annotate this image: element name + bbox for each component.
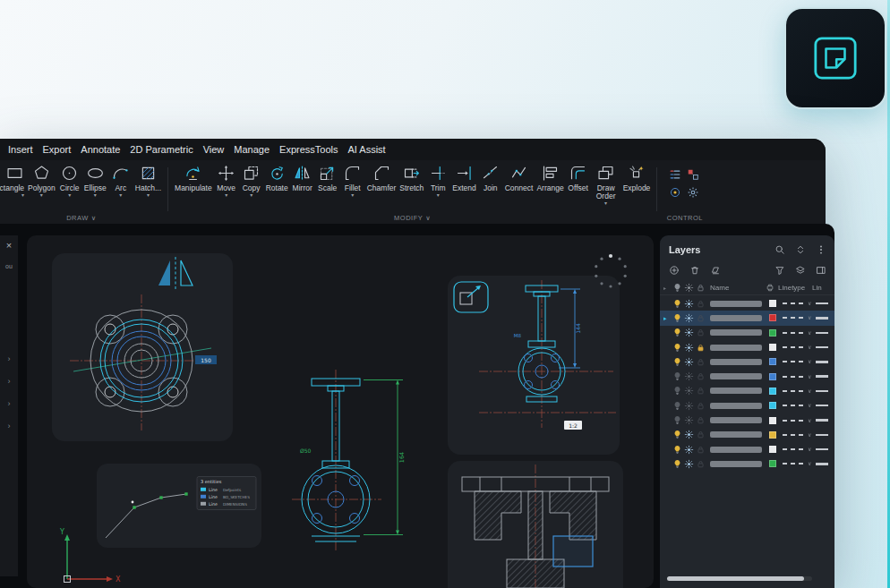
layer-row[interactable]: ∨ [660, 296, 834, 311]
tool-chamfer[interactable]: Chamfer [365, 163, 398, 199]
tool-scale[interactable]: Scale [315, 163, 340, 199]
lock-icon[interactable] [695, 343, 706, 353]
column-freeze-icon[interactable] [683, 283, 695, 293]
strip-chevron-icon[interactable]: › [8, 400, 11, 408]
color-swatch[interactable] [769, 417, 776, 424]
lineweight-preview[interactable] [816, 463, 828, 464]
linetype-preview[interactable] [783, 317, 804, 319]
linetype-chevron-icon[interactable]: ∨ [808, 403, 811, 408]
close-icon[interactable]: × [6, 241, 12, 251]
lock-icon[interactable] [695, 371, 706, 381]
tool-copy[interactable]: Copy▾ [239, 163, 264, 199]
tool-hatch[interactable]: Hatch...▾ [133, 163, 163, 199]
lock-icon[interactable] [695, 459, 706, 469]
lineweight-preview[interactable] [816, 361, 828, 362]
linetype-preview[interactable] [783, 376, 804, 378]
strip-chevron-icon[interactable]: › [8, 378, 11, 386]
lineweight-preview[interactable] [816, 375, 828, 377]
layer-row[interactable]: ∨ [660, 354, 834, 369]
lock-icon[interactable] [695, 357, 706, 367]
lock-icon[interactable] [695, 401, 706, 411]
freeze-icon[interactable] [683, 328, 695, 337]
lineweight-preview[interactable] [816, 405, 828, 406]
layer-row[interactable]: ∨ [660, 428, 834, 442]
lock-icon[interactable] [695, 386, 706, 396]
lock-icon[interactable] [695, 430, 706, 439]
bulb-icon[interactable] [672, 371, 683, 381]
linetype-preview[interactable] [783, 434, 804, 436]
drawing-canvas[interactable]: 150 [27, 235, 654, 588]
layer-merge-icon[interactable] [793, 264, 807, 277]
lineweight-preview[interactable] [816, 448, 828, 450]
lineweight-preview[interactable] [816, 303, 828, 304]
lock-icon[interactable] [695, 299, 706, 309]
tool-fillet[interactable]: Fillet▾ [340, 163, 365, 199]
column-on-icon[interactable] [672, 283, 683, 293]
color-swatch[interactable] [769, 300, 776, 307]
bulb-icon[interactable] [672, 328, 683, 337]
linetype-chevron-icon[interactable]: ∨ [808, 345, 811, 350]
column-expand[interactable]: ▸ [663, 285, 672, 291]
layer-row[interactable]: ∨ [660, 340, 834, 354]
column-lineweight[interactable]: Lin [812, 284, 834, 292]
lock-icon[interactable] [695, 313, 706, 323]
kebab-menu-icon[interactable] [814, 243, 827, 256]
tool-extend[interactable]: Extend [450, 163, 477, 199]
menu-annotate[interactable]: Annotate [81, 144, 120, 155]
canvas[interactable]: 150 [27, 235, 654, 588]
menu-expresstools[interactable]: ExpressTools [279, 144, 338, 155]
tool-stretch[interactable]: Stretch [398, 163, 425, 199]
tool-rotate[interactable]: Rotate [264, 163, 290, 199]
column-name[interactable]: Name [706, 284, 766, 292]
tool-polygon[interactable]: Polygon▾ [26, 163, 57, 199]
tool-ectangle[interactable]: ectangle▾ [0, 163, 26, 199]
isolate-icon[interactable] [668, 185, 681, 199]
linetype-chevron-icon[interactable]: ∨ [808, 418, 811, 423]
lineweight-preview[interactable] [816, 346, 828, 348]
linetype-preview[interactable] [783, 332, 804, 334]
column-linetype[interactable]: Linetype [778, 284, 812, 292]
linetype-chevron-icon[interactable]: ∨ [808, 388, 811, 394]
bulb-icon[interactable] [672, 459, 683, 469]
app-logo-badge[interactable] [784, 7, 886, 109]
color-swatch[interactable] [769, 388, 776, 395]
search-icon[interactable] [773, 243, 786, 256]
strip-chevron-icon[interactable]: › [8, 355, 11, 363]
linetype-chevron-icon[interactable]: ∨ [808, 330, 811, 336]
lineweight-preview[interactable] [816, 332, 828, 334]
menu-insert[interactable]: Insert [8, 144, 33, 155]
menu-export[interactable]: Export [43, 144, 72, 155]
linetype-preview[interactable] [783, 463, 804, 464]
tool-move[interactable]: Move▾ [214, 163, 239, 199]
tool-connect[interactable]: Connect [503, 163, 535, 199]
color-swatch[interactable] [769, 431, 776, 439]
lock-icon[interactable] [695, 328, 706, 337]
tool-explode[interactable]: Explode [621, 163, 653, 199]
set-current-icon[interactable] [708, 264, 722, 277]
lineweight-preview[interactable] [816, 419, 828, 421]
lock-icon[interactable] [695, 445, 706, 455]
menu-manage[interactable]: Manage [234, 144, 270, 155]
bulb-icon[interactable] [672, 415, 683, 425]
bulb-icon[interactable] [672, 313, 683, 323]
freeze-icon[interactable] [683, 299, 695, 309]
layer-row[interactable]: ∨ [660, 442, 834, 456]
layer-row[interactable]: ∨ [660, 456, 834, 471]
bulb-icon[interactable] [672, 343, 683, 353]
layer-states-icon[interactable] [668, 167, 681, 181]
freeze-icon[interactable] [683, 343, 695, 353]
menu-view[interactable]: View [203, 144, 225, 155]
tool-draw-order[interactable]: Draw Order▾ [591, 163, 621, 207]
layers-hscrollbar[interactable] [667, 576, 812, 581]
color-swatch[interactable] [769, 314, 776, 321]
bulb-icon[interactable] [672, 401, 683, 411]
linetype-chevron-icon[interactable]: ∨ [808, 374, 811, 379]
color-swatch[interactable] [769, 329, 776, 337]
linetype-chevron-icon[interactable]: ∨ [808, 432, 811, 438]
tool-join[interactable]: Join [478, 163, 503, 199]
freeze-icon[interactable] [683, 371, 695, 381]
layer-row[interactable]: ∨ [660, 369, 834, 383]
linetype-preview[interactable] [783, 448, 804, 450]
layer-row[interactable]: ∨ [660, 398, 834, 413]
linetype-preview[interactable] [783, 346, 804, 348]
